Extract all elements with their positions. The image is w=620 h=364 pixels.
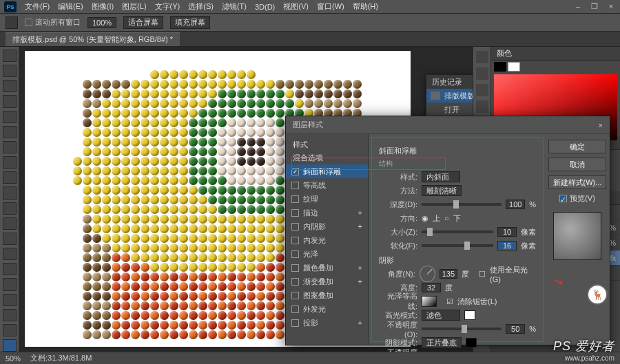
menu-edit[interactable]: 编辑(E) [58,1,83,12]
document-tab[interactable]: 排版模版.psd @ 50% (矢量智能对象, RGB/8#) * [6,32,180,46]
preview-swatch [553,212,601,260]
eraser-tool[interactable] [3,202,17,215]
preview-checkbox[interactable]: ✓预览(V) [559,193,595,204]
dialog-close-button[interactable]: × [599,121,603,129]
document-tabs: 排版模版.psd @ 50% (矢量智能对象, RGB/8#) * [0,32,620,47]
highlight-opacity-slider[interactable] [422,328,502,330]
style-item[interactable]: 图案叠加 [286,288,368,302]
layer-style-dialog[interactable]: 图层样式 × 样式 混合选项 ✓斜面和浮雕等高线纹理描边+内阴影+内发光光泽颜色… [285,116,610,345]
brush-tool[interactable] [3,156,17,169]
style-item[interactable]: 投影+ [286,316,368,330]
style-item[interactable]: 颜色叠加+ [286,261,368,275]
zoom-tool[interactable] [3,339,17,352]
menu-image[interactable]: 图像(I) [92,1,114,12]
character-icon[interactable] [476,67,488,80]
watermark: PS 爱好者 www.psahz.com [553,338,614,362]
app-logo: Ps [4,1,17,12]
style-item[interactable]: 渐变叠加+ [286,275,368,288]
style-item[interactable]: 等高线 [286,178,368,192]
history-title: 历史记录 [426,75,473,89]
history-item[interactable]: 打开 [426,103,473,116]
stamp-tool[interactable] [3,171,17,184]
scroll-all-checkbox[interactable]: 滚动所有窗口 [25,17,81,28]
zoom-level-box[interactable]: 100% [87,17,116,28]
menu-layer[interactable]: 图层(L) [122,1,146,12]
style-item[interactable]: 内发光 [286,233,368,247]
eyedrop-tool[interactable] [3,126,17,138]
marquee-tool[interactable] [3,65,17,77]
status-docsize: 文档:31.3M/81.8M [30,353,92,363]
shadow-color[interactable] [466,338,477,347]
minimize-button[interactable]: – [573,2,583,11]
status-zoom[interactable]: 50% [6,354,21,363]
paragraph-icon[interactable] [476,51,488,63]
fit-screen-button[interactable]: 适合屏幕 [123,16,163,29]
size-slider[interactable] [422,231,493,233]
highlight-mode-select[interactable]: 滤色 [422,310,460,321]
crop-tool[interactable] [3,111,17,123]
style-item[interactable]: 纹理 [286,192,368,206]
section-title: 斜面和浮雕 [379,146,536,156]
soften-value[interactable]: 16 [497,241,517,250]
style-item[interactable]: 外发光 [286,302,368,316]
brush-preset-icon[interactable] [476,84,488,96]
wand-tool[interactable] [3,95,17,107]
lasso-tool[interactable] [3,80,17,92]
history-brush-tool[interactable] [3,186,17,199]
angle-dial[interactable] [420,266,435,282]
move-tool[interactable] [3,50,17,62]
hand-tool[interactable] [3,324,17,336]
new-style-button[interactable]: 新建样式(W)... [548,175,606,189]
color-panel-title[interactable]: 颜色 [491,47,620,61]
gloss-contour[interactable] [422,296,437,307]
history-item[interactable]: 排版模版.psd [426,89,473,103]
dialog-title: 图层样式 [293,120,323,130]
tutorial-logo-badge: 🦌 [587,284,608,305]
menu-select[interactable]: 选择(S) [188,1,214,12]
depth-value[interactable]: 100 [506,200,525,209]
menu-window[interactable]: 窗口(W) [317,1,344,12]
dialog-titlebar[interactable]: 图层样式 × [286,116,610,134]
menu-3d[interactable]: 3D(D) [255,3,275,11]
window-controls: – ❐ × [573,2,616,11]
clone-source-icon[interactable] [476,100,488,113]
ok-button[interactable]: 确定 [548,140,606,153]
menu-file[interactable]: 文件(F) [25,1,50,12]
style-item[interactable]: 光泽 [286,247,368,261]
dialog-buttons: 确定 取消 新建样式(W)... ✓预览(V) [545,134,610,345]
status-bar: 50% 文档:31.3M/81.8M [0,352,620,364]
cancel-button[interactable]: 取消 [548,158,606,171]
bevel-method-select[interactable]: 雕刻清晰 [422,185,462,196]
menu-view[interactable]: 视图(V) [283,1,309,12]
highlight-color[interactable] [464,310,475,320]
style-item[interactable]: 描边+ [286,206,368,220]
annotation-highlight [291,158,446,170]
close-button[interactable]: × [606,2,616,11]
type-tool[interactable] [3,278,17,290]
depth-slider[interactable] [422,203,502,206]
zoom-tool-icon [6,17,18,29]
style-item[interactable]: 内阴影+ [286,220,368,233]
menu-help[interactable]: 帮助(H) [353,1,378,12]
toolbox [0,47,19,352]
restore-button[interactable]: ❐ [590,2,599,11]
blur-tool[interactable] [3,233,17,245]
gradient-tool[interactable] [3,217,17,230]
pen-tool[interactable] [3,263,17,275]
shadow-mode-select[interactable]: 正片叠底 [422,337,462,348]
menubar: Ps 文件(F) 编辑(E) 图像(I) 图层(L) 文字(Y) 选择(S) 滤… [0,0,620,14]
path-tool[interactable] [3,294,17,306]
styles-header: 样式 [286,138,368,151]
soften-slider[interactable] [422,244,493,247]
size-value[interactable]: 10 [497,227,517,237]
heal-tool[interactable] [3,141,17,153]
menu-filter[interactable]: 滤镜(T) [222,1,247,12]
shape-tool[interactable] [3,309,17,321]
dodge-tool[interactable] [3,248,17,260]
menu-type[interactable]: 文字(Y) [155,1,180,12]
options-bar: 滚动所有窗口 100% 适合屏幕 填充屏幕 [0,14,620,32]
bevel-style-select[interactable]: 内斜面 [422,171,460,182]
fill-screen-button[interactable]: 填充屏幕 [170,16,210,29]
